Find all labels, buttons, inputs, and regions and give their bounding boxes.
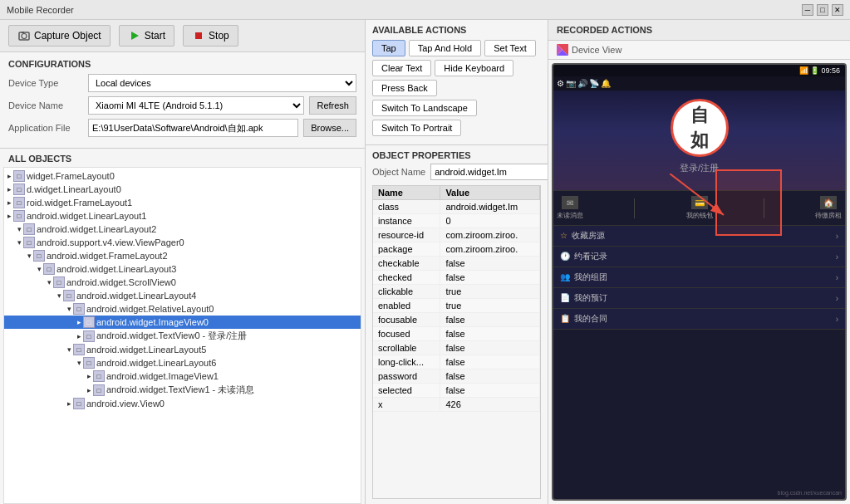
browse-button[interactable]: Browse... bbox=[303, 119, 356, 137]
tree-item[interactable]: ▸□android.widget.TextView0 - 登录/注册 bbox=[4, 329, 361, 343]
tree-item[interactable]: ▸□android.widget.ImageView1 bbox=[4, 369, 361, 383]
props-cell-name: selected bbox=[373, 384, 440, 398]
tree-arrow: ▾ bbox=[17, 225, 22, 233]
tree-item-label: android.widget.LinearLayout1 bbox=[27, 211, 146, 221]
props-table: Name Value classandroid.widget.Iminstanc… bbox=[372, 185, 541, 499]
object-name-label: Object Name bbox=[372, 167, 425, 177]
tree-item-icon: □ bbox=[73, 398, 85, 409]
device-type-select[interactable]: Local devices bbox=[88, 74, 356, 92]
tap-and-hold-button[interactable]: Tap And Hold bbox=[409, 40, 481, 56]
props-row: long-click...false bbox=[373, 355, 540, 369]
device-screen: 📶 🔋 09:56 ⚙ 📷 🔊 📡 🔔 自如 登录/注册 bbox=[552, 63, 847, 501]
props-row: focusedfalse bbox=[373, 327, 540, 341]
capture-object-button[interactable]: Capture Object bbox=[8, 25, 111, 46]
start-icon bbox=[128, 29, 141, 42]
tree-item[interactable]: ▸□android.widget.LinearLayout1 bbox=[4, 209, 361, 223]
app-file-input[interactable] bbox=[88, 119, 298, 137]
tree-item-label: d.widget.LinearLayout0 bbox=[27, 184, 121, 194]
objects-title: ALL OBJECTS bbox=[0, 149, 365, 167]
tree-item[interactable]: ▸□widget.FrameLayout0 bbox=[4, 169, 361, 183]
tree-item-label: android.widget.ImageView0 bbox=[96, 317, 209, 327]
phone-status-bar: 📶 🔋 09:56 bbox=[553, 65, 845, 76]
tree-item[interactable]: ▸□android.widget.TextView1 - 未读消息 bbox=[4, 383, 361, 397]
props-row: scrollablefalse bbox=[373, 341, 540, 355]
props-row: packagecom.ziroom.ziroo. bbox=[373, 242, 540, 257]
hide-keyboard-button[interactable]: Hide Keyboard bbox=[435, 60, 513, 76]
refresh-button[interactable]: Refresh bbox=[309, 96, 356, 115]
camera-icon bbox=[17, 29, 31, 42]
device-name-select[interactable]: Xiaomi MI 4LTE (Android 5.1.1) bbox=[88, 96, 304, 115]
selection-overlay bbox=[715, 169, 782, 236]
tree-item[interactable]: ▸□android.view.View0 bbox=[4, 397, 361, 410]
tree-arrow: ▾ bbox=[57, 291, 61, 300]
props-row: resource-idcom.ziroom.ziroo. bbox=[373, 228, 540, 242]
tree-item-label: android.widget.LinearLayout4 bbox=[76, 291, 196, 301]
props-row: x426 bbox=[373, 398, 540, 412]
tree-item-label: android.support.v4.view.ViewPager0 bbox=[37, 237, 184, 247]
menu-group: 👥我的组团 › bbox=[553, 267, 845, 288]
switch-landscape-button[interactable]: Switch To Landscape bbox=[372, 100, 477, 116]
props-row: passwordfalse bbox=[373, 369, 540, 384]
props-cell-value: false bbox=[440, 384, 540, 398]
device-type-row: Device Type Local devices bbox=[8, 74, 356, 92]
menu-contract: 📋我的合同 › bbox=[553, 309, 845, 330]
tree-item-icon: □ bbox=[63, 290, 75, 301]
tree-item-icon: □ bbox=[23, 237, 35, 248]
tap-button[interactable]: Tap bbox=[372, 40, 405, 56]
switch-portrait-button[interactable]: Switch To Portrait bbox=[372, 120, 461, 136]
objects-section: ALL OBJECTS ▸□widget.FrameLayout0▸□d.wid… bbox=[0, 149, 365, 504]
wallet-icon-box: 💳 bbox=[691, 196, 708, 209]
props-cell-value: false bbox=[440, 313, 540, 327]
tree-item[interactable]: ▾□android.widget.LinearLayout6 bbox=[4, 356, 361, 369]
tree-item[interactable]: ▾□android.widget.LinearLayout2 bbox=[4, 223, 361, 236]
action-row-4: Switch To Landscape bbox=[372, 100, 541, 116]
phone-hero-area: 自如 登录/注册 bbox=[553, 91, 845, 190]
tree-item-label: android.widget.LinearLayout2 bbox=[37, 224, 156, 234]
phone-bottom-bar: ✉ 未读消息 💳 我的钱包 🏠 待缴房租 bbox=[553, 190, 845, 226]
svg-rect-2 bbox=[22, 32, 24, 33]
tree-arrow: ▸ bbox=[7, 185, 12, 193]
config-section: CONFIGURATIONS Device Type Local devices… bbox=[0, 52, 365, 149]
set-text-button[interactable]: Set Text bbox=[484, 40, 536, 56]
tree-item[interactable]: ▾□android.widget.LinearLayout5 bbox=[4, 343, 361, 356]
tree-item[interactable]: ▸□d.widget.LinearLayout0 bbox=[4, 183, 361, 196]
stop-icon bbox=[192, 29, 205, 42]
press-back-button[interactable]: Press Back bbox=[372, 80, 437, 96]
tree-arrow: ▾ bbox=[47, 278, 52, 286]
tree-item[interactable]: ▾□android.widget.FrameLayout2 bbox=[4, 249, 361, 262]
device-view-header: Device View bbox=[548, 41, 850, 60]
tree-item[interactable]: ▾□android.widget.RelativeLayout0 bbox=[4, 302, 361, 316]
minimize-button[interactable]: ─ bbox=[802, 4, 813, 16]
tree-item-icon: □ bbox=[83, 316, 95, 328]
tree-item-icon: □ bbox=[43, 263, 55, 275]
props-cell-name: focusable bbox=[373, 313, 440, 327]
tree-item[interactable]: ▾□android.widget.ScrollView0 bbox=[4, 276, 361, 289]
tree-item[interactable]: ▾□android.widget.LinearLayout3 bbox=[4, 262, 361, 276]
tree-item-icon: □ bbox=[23, 223, 35, 235]
tree-item[interactable]: ▾□android.widget.LinearLayout4 bbox=[4, 289, 361, 302]
clear-text-button[interactable]: Clear Text bbox=[372, 60, 431, 76]
stop-button[interactable]: Stop bbox=[183, 25, 238, 46]
toolbar: Capture Object Start Stop bbox=[0, 20, 365, 52]
tree-item[interactable]: ▾□android.support.v4.view.ViewPager0 bbox=[4, 236, 361, 249]
app-file-row: Application File Browse... bbox=[8, 119, 356, 137]
start-button[interactable]: Start bbox=[119, 25, 174, 46]
tree-item[interactable]: ▸□android.widget.ImageView0 bbox=[4, 316, 361, 329]
tree-arrow: ▸ bbox=[7, 198, 12, 207]
props-cell-value: false bbox=[440, 369, 540, 384]
action-row-3: Press Back bbox=[372, 80, 541, 96]
tree-item[interactable]: ▸□roid.widget.FrameLayout1 bbox=[4, 196, 361, 209]
props-cell-value: com.ziroom.ziroo. bbox=[440, 228, 540, 242]
object-name-input[interactable] bbox=[430, 164, 548, 180]
close-button[interactable]: ✕ bbox=[832, 4, 843, 16]
objects-tree[interactable]: ▸□widget.FrameLayout0▸□d.widget.LinearLa… bbox=[3, 167, 361, 504]
tree-item-label: android.widget.RelativeLayout0 bbox=[86, 304, 214, 314]
tree-item-label: android.widget.LinearLayout5 bbox=[86, 345, 206, 355]
maximize-button[interactable]: □ bbox=[817, 4, 828, 16]
tree-arrow: ▾ bbox=[17, 238, 22, 247]
phone-rent-icon: 🏠 待缴房租 bbox=[815, 196, 842, 220]
rent-icon-box: 🏠 bbox=[820, 196, 837, 209]
device-name-label: Device Name bbox=[8, 100, 83, 110]
app-file-label: Application File bbox=[8, 123, 83, 133]
props-cell-value: true bbox=[440, 299, 540, 313]
